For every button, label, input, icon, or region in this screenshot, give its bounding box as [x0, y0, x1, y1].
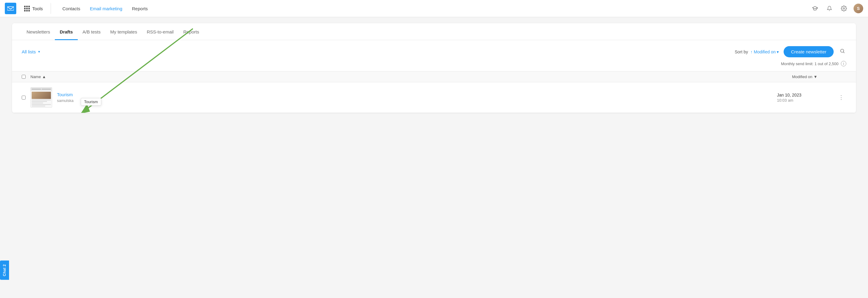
- user-avatar[interactable]: S: [854, 4, 863, 13]
- modified-time: 10:03 am: [777, 98, 831, 102]
- tab-rss-to-email[interactable]: RSS-to-email: [142, 23, 179, 40]
- tab-reports[interactable]: Reports: [179, 23, 204, 40]
- row-actions-button[interactable]: ⋮: [836, 93, 846, 102]
- nav-right-icons: S: [810, 4, 863, 13]
- row-subtitle: samulska: [57, 98, 777, 103]
- modified-date: Jan 10, 2023: [777, 93, 831, 97]
- sort-by-label: Sort by ↑ Modified on ▾: [735, 50, 779, 54]
- row-thumbnail: [30, 87, 52, 108]
- tooltip-popup: Tourism: [81, 98, 101, 106]
- settings-icon[interactable]: [839, 4, 849, 13]
- tab-my-templates[interactable]: My templates: [105, 23, 142, 40]
- modified-sort-icon: ▼: [813, 74, 817, 79]
- nav-reports[interactable]: Reports: [128, 4, 152, 13]
- search-icon[interactable]: [838, 47, 846, 56]
- send-limit-text: Monthly send limit: 1 out of 2,500: [781, 62, 838, 66]
- tab-newsletters[interactable]: Newsletters: [22, 23, 55, 40]
- nav-divider: [51, 3, 51, 14]
- chevron-down-icon: ▼: [38, 50, 41, 53]
- main-wrapper: Newsletters Drafts A/B tests My template…: [0, 17, 868, 119]
- tools-menu-button[interactable]: Tools: [21, 4, 46, 13]
- tools-label: Tools: [32, 6, 43, 11]
- send-limit-info-icon[interactable]: i: [841, 61, 846, 66]
- tab-ab-tests[interactable]: A/B tests: [78, 23, 105, 40]
- app-logo[interactable]: [5, 3, 16, 14]
- sort-direction-icon: ↑: [750, 50, 752, 54]
- col-modified-header[interactable]: Modified on ▼: [792, 74, 846, 79]
- toolbar: All lists ▼ Sort by ↑ Modified on ▾ Crea…: [12, 40, 856, 61]
- select-all-checkbox[interactable]: [22, 75, 26, 79]
- svg-point-3: [841, 49, 844, 53]
- all-lists-label: All lists: [22, 49, 36, 54]
- grid-icon: [24, 6, 30, 11]
- table-row: Tourism samulska Tourism Jan 10, 2023 10…: [12, 82, 856, 113]
- content-card: Newsletters Drafts A/B tests My template…: [12, 23, 856, 113]
- name-sort-icon: ▲: [42, 74, 46, 79]
- svg-point-2: [843, 8, 845, 9]
- send-limit-row: Monthly send limit: 1 out of 2,500 i: [12, 61, 856, 71]
- create-newsletter-button[interactable]: Create newsletter: [784, 46, 834, 57]
- nav-links: Contacts Email marketing Reports: [58, 4, 152, 13]
- row-info: Tourism samulska: [57, 92, 777, 103]
- all-lists-button[interactable]: All lists ▼: [22, 49, 41, 54]
- bell-icon[interactable]: [825, 4, 834, 13]
- tab-drafts[interactable]: Drafts: [55, 23, 78, 40]
- row-checkbox[interactable]: [22, 96, 26, 99]
- tabs-bar: Newsletters Drafts A/B tests My template…: [12, 23, 856, 40]
- row-modified: Jan 10, 2023 10:03 am: [777, 93, 831, 102]
- table-header: Name ▲ Modified on ▼: [12, 71, 856, 82]
- newsletter-title-link[interactable]: Tourism: [57, 92, 73, 97]
- top-navigation: Tools Contacts Email marketing Reports: [0, 0, 868, 17]
- toolbar-right: Sort by ↑ Modified on ▾ Create newslette…: [735, 46, 846, 57]
- nav-contacts[interactable]: Contacts: [58, 4, 84, 13]
- nav-email-marketing[interactable]: Email marketing: [86, 4, 127, 13]
- sort-field-button[interactable]: ↑ Modified on ▾: [750, 50, 779, 54]
- col-name-header[interactable]: Name ▲: [30, 74, 792, 79]
- sort-dropdown-icon: ▾: [777, 50, 779, 54]
- graduation-cap-icon[interactable]: [810, 4, 820, 13]
- svg-line-4: [843, 52, 844, 53]
